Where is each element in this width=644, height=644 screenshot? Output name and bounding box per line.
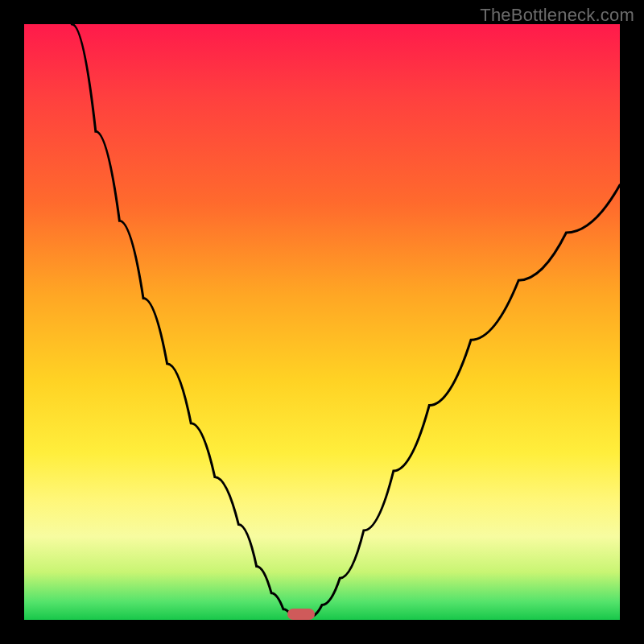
chart-frame: TheBottleneck.com xyxy=(0,0,644,644)
plot-area xyxy=(24,24,620,620)
curve-left-branch xyxy=(72,24,292,617)
curve-right-branch xyxy=(310,185,620,617)
watermark-text: TheBottleneck.com xyxy=(480,5,634,26)
bottleneck-marker xyxy=(287,609,315,620)
bottleneck-curve xyxy=(24,24,620,620)
